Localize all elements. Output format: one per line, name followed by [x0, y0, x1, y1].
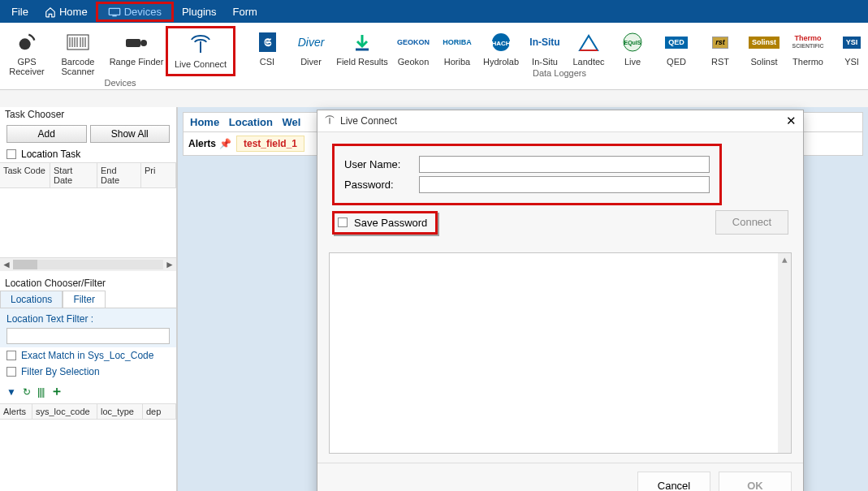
save-password-box[interactable]: Save Password — [332, 211, 438, 235]
col-priority[interactable]: Pri — [141, 163, 176, 187]
location-task-row[interactable]: Location Task — [0, 146, 176, 162]
col-alerts[interactable]: Alerts — [0, 404, 32, 419]
thermo-icon: ThermoSCIENTIFIC — [790, 29, 827, 55]
menu-plugins[interactable]: Plugins — [174, 2, 225, 21]
solinst-icon: Solinst — [749, 29, 779, 55]
csi-button[interactable]: 𝕾CSI — [245, 26, 289, 67]
insitu-button[interactable]: In-SituIn-Situ — [523, 26, 567, 67]
exact-match-checkbox[interactable] — [6, 351, 16, 360]
task-grid-body[interactable] — [0, 188, 176, 258]
ok-button[interactable]: OK — [719, 472, 792, 492]
field-label: Field Results — [336, 57, 388, 67]
dataloggers-group-label: Data Loggers — [245, 68, 868, 78]
funnel-icon[interactable]: ▼ — [6, 386, 16, 398]
cancel-button[interactable]: Cancel — [637, 472, 710, 492]
show-all-button[interactable]: Show All — [90, 125, 171, 143]
filter-by-selection-row[interactable]: Filter By Selection — [0, 364, 176, 380]
insitu-label: In-Situ — [532, 57, 558, 67]
left-pane: Task Chooser Add Show All Location Task … — [0, 107, 177, 491]
menu-devices[interactable]: Devices — [96, 2, 174, 22]
menu-file-label: File — [11, 6, 28, 18]
add-task-button[interactable]: Add — [6, 125, 87, 143]
menu-devices-label: Devices — [124, 6, 162, 18]
horiba-label: Horiba — [444, 57, 470, 67]
alerts-label: Alerts — [188, 138, 216, 149]
alert-value[interactable]: test_field_1 — [236, 136, 304, 152]
insitu-icon: In-Situ — [529, 29, 559, 55]
col-start-date[interactable]: Start Date — [50, 163, 97, 187]
location-toolbar: ▼ ↻ |||| ＋ — [0, 380, 176, 403]
scroll-right-icon[interactable]: ► — [163, 259, 176, 270]
ysi-icon: YSI — [843, 29, 862, 55]
col-dep[interactable]: dep — [143, 404, 176, 419]
location-grid-body[interactable] — [0, 420, 176, 491]
crumb-well[interactable]: Wel — [283, 116, 301, 128]
diver-label: Diver — [300, 57, 322, 67]
filter-by-selection-checkbox[interactable] — [6, 367, 16, 377]
geokon-button[interactable]: GEOKONGeokon — [391, 26, 435, 67]
solinst-button[interactable]: SolinstSolinst — [742, 26, 786, 67]
task-hscroll[interactable]: ◄ ► — [0, 258, 176, 271]
landtec-label: Landtec — [572, 57, 604, 67]
antenna-icon — [188, 32, 213, 58]
col-sys-loc-code[interactable]: sys_loc_code — [32, 404, 97, 419]
qed-icon: QED — [665, 29, 688, 55]
col-task-code[interactable]: Task Code — [0, 163, 50, 187]
menu-file[interactable]: File — [3, 2, 37, 21]
camera-icon — [124, 29, 149, 55]
live-datalogger-button[interactable]: EQuISLive — [611, 26, 654, 67]
menu-home-label: Home — [59, 6, 88, 18]
qed-label: QED — [667, 57, 686, 67]
dialog-title-text: Live Connect — [340, 115, 397, 127]
solinst-label: Solinst — [750, 57, 777, 67]
field-results-button[interactable]: Field Results — [333, 26, 391, 67]
scroll-thumb[interactable] — [13, 260, 37, 269]
landtec-button[interactable]: Landtec — [567, 26, 611, 67]
range-finder-button[interactable]: Range Finder — [107, 26, 166, 76]
location-task-checkbox[interactable] — [6, 149, 16, 159]
rst-button[interactable]: rstRST — [698, 26, 742, 67]
exact-match-row[interactable]: Exact Match in Sys_Loc_Code — [0, 347, 176, 364]
hydrolab-button[interactable]: HACHHydrolab — [479, 26, 523, 67]
hydrolab-label: Hydrolab — [483, 57, 519, 67]
gps-icon — [15, 29, 38, 55]
ysi-button[interactable]: YSIYSI — [830, 26, 868, 67]
svg-rect-0 — [109, 8, 119, 15]
crumb-home[interactable]: Home — [190, 116, 219, 128]
scroll-left-icon[interactable]: ◄ — [0, 259, 13, 270]
live-connect-button[interactable]: Live Connect — [166, 26, 235, 76]
menu-home[interactable]: Home — [37, 2, 96, 21]
hydrolab-icon: HACH — [490, 29, 512, 55]
horiba-button[interactable]: HORIBAHoriba — [435, 26, 479, 67]
download-icon — [352, 29, 372, 55]
pin-icon[interactable]: 📌 — [219, 138, 231, 149]
close-icon[interactable]: ✕ — [786, 114, 797, 128]
save-password-checkbox[interactable] — [338, 218, 348, 227]
scroll-track[interactable] — [13, 260, 163, 269]
dialog-titlebar: Live Connect ✕ — [317, 110, 803, 132]
dialog-vscroll[interactable]: ▴ — [778, 253, 791, 453]
menu-form[interactable]: Form — [225, 2, 266, 21]
diver-button[interactable]: DiverDiver — [289, 26, 333, 67]
svg-point-4 — [140, 40, 147, 46]
ribbon-group-devices: GPS Receiver Barcode Scanner Range Finde… — [0, 23, 240, 89]
add-icon[interactable]: ＋ — [50, 383, 63, 400]
user-name-input[interactable] — [419, 156, 710, 173]
thermo-button[interactable]: ThermoSCIENTIFICThermo — [786, 26, 830, 67]
tab-filter[interactable]: Filter — [63, 291, 106, 308]
barcode-scanner-button[interactable]: Barcode Scanner — [49, 26, 107, 76]
connect-button[interactable]: Connect — [715, 210, 788, 235]
gps-receiver-button[interactable]: GPS Receiver — [5, 26, 49, 76]
crumb-location[interactable]: Location — [229, 116, 273, 128]
location-text-filter-label: Location Text Filter : — [6, 313, 170, 325]
rst-label: RST — [711, 57, 729, 67]
col-end-date[interactable]: End Date — [97, 163, 141, 187]
col-loc-type[interactable]: loc_type — [97, 404, 143, 419]
location-text-filter-input[interactable] — [6, 328, 170, 344]
tab-locations[interactable]: Locations — [0, 291, 63, 308]
csi-icon: 𝕾 — [259, 29, 276, 55]
qed-button[interactable]: QEDQED — [654, 26, 698, 67]
barcode-small-icon[interactable]: |||| — [37, 386, 44, 398]
password-input[interactable] — [419, 176, 710, 193]
refresh-icon[interactable]: ↻ — [23, 386, 31, 398]
